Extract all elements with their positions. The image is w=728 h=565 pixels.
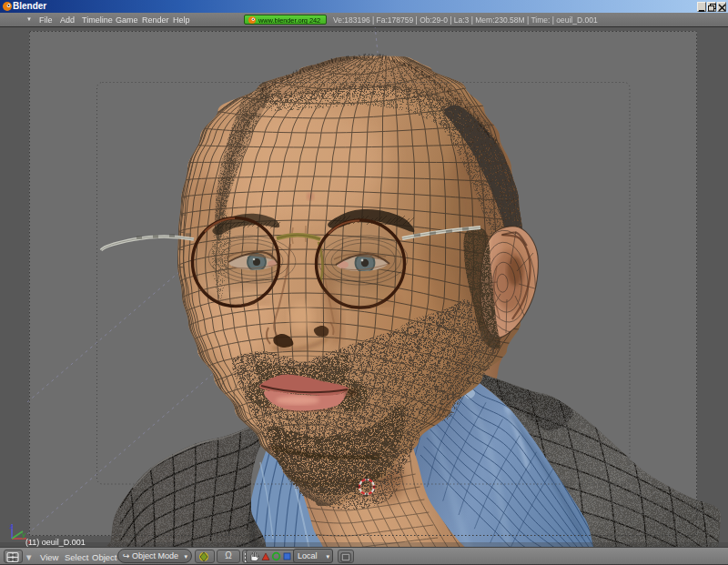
svg-text:(11) oeuil_D.001: (11) oeuil_D.001 [25,538,86,547]
svg-text:z: z [9,522,13,530]
